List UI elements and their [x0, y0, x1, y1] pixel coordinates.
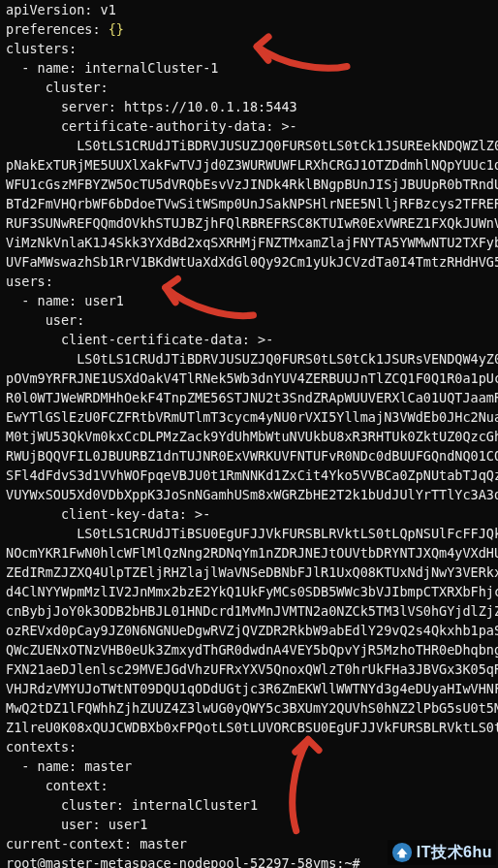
terminal-line: Z1lreU0K08xQUJCWDBXb0xFPQotLS0tLUVORCBSU… [6, 718, 498, 737]
terminal-line: ZEdIRmZJZXQ4UlpTZEljRHZlajlWaVNSeDBNbFJl… [6, 563, 498, 582]
watermark-icon [391, 842, 413, 863]
terminal-line: MwQ2tDZ1lFQWhhZjhZUUZ4Z3lwUG0yQWY5c3BXUm… [6, 698, 498, 718]
terminal-line: M0tjWU53QkVm0kxCcDLPMzZack9YdUhMbWtuNVUk… [6, 427, 498, 446]
terminal-line: QWcZUENxOTNzVHB0eUk3ZmxydThGR0dwdnA4VEY5… [6, 640, 498, 659]
terminal-line: LS0tLS1CRUdJTiBSU0EgUFJJVkFURSBLRVktLS0t… [6, 524, 498, 543]
terminal-line: LS0tLS1CRUdJTiBDRVJUSUZJQ0FURS0tLS0tCk1J… [6, 136, 498, 155]
terminal-line: R0l0WTJWeWRDMHhOekF4TnpZME56STJNU2t3SndZ… [6, 388, 498, 407]
terminal-line: client-certificate-data: >- [6, 330, 498, 349]
terminal-line: cluster: internalCluster1 [6, 795, 498, 815]
watermark: IT技术6hu [388, 840, 496, 865]
terminal-line: ozREVxd0pCay9JZ0N6NGNUeDgwRVZjQVZDR2RkbW… [6, 621, 498, 640]
terminal-line: SFl4dFdvS3d1VVhWOFpqeVBJU0t1RmNNKd1ZxCit… [6, 466, 498, 485]
terminal-line: d4ClNYYWpmMzlIV2JnMmx2bzE2YkQ1UkFyMCs0SD… [6, 582, 498, 601]
watermark-text: IT技术6hu [417, 843, 492, 862]
terminal-line: cnBybjJoY0k3ODB2bHBJL01HNDcrd1MvMnJVMTN2… [6, 601, 498, 621]
terminal-line: WFU1cGszMFBYZW5OcTU5dVRQbEsvVzJINDk4RklB… [6, 175, 498, 194]
terminal-line: - name: master [6, 756, 498, 776]
terminal-line: pNakExTURjME5UUXlXakFwTVJjd0Z3WURWUWFLRX… [6, 155, 498, 175]
terminal-line: EwYTlGSlEzU0FCZFRtbVRmUTlmT3cycm4yNU0rVX… [6, 407, 498, 427]
terminal-line: user: [6, 310, 498, 330]
terminal-line: - name: internalCluster-1 [6, 58, 498, 78]
terminal-line: VHJRdzVMYUJoTWtNT09DQU1qODdUGtjc3R6ZmEKW… [6, 679, 498, 698]
terminal-line: apiVersion: v1 [6, 0, 498, 19]
terminal-line: clusters: [6, 39, 498, 58]
terminal-line: LS0tLS1CRUdJTiBDRVJUSUZJQ0FURS0tLS0tCk1J… [6, 349, 498, 369]
terminal-line: UVFaMWswazhSb1RrV1BKdWtUaXdXdGl0Qy92Cm1y… [6, 252, 498, 272]
terminal-line: user: user1 [6, 815, 498, 834]
terminal-line: certificate-authority-data: >- [6, 116, 498, 136]
terminal-line: ViMzNkVnlaK1J4Skk3YXdBd2xqSXRHMjFNZTMxam… [6, 233, 498, 252]
terminal-line: client-key-data: >- [6, 504, 498, 524]
terminal-line: VUYWxSOU5Xd0VDbXppK3JoSnNGamhUSm8xWGRZbH… [6, 485, 498, 504]
terminal-line: contexts: [6, 737, 498, 756]
terminal-line: server: https://10.0.1.18:5443 [6, 97, 498, 116]
terminal-line: RWUjBQQVFIL0JBUURBZ1dnTUJNR0ExVWRKUVFNTU… [6, 446, 498, 466]
terminal-line: - name: user1 [6, 291, 498, 310]
terminal-output: apiVersion: v1preferences: {}clusters: -… [6, 0, 498, 868]
terminal-line: pOVm9YRFRJNE1USXdOakV4TlRNek5Wb3dnYUV4ZE… [6, 369, 498, 388]
terminal-line: RUF3SUNwREFQQmdOVkhSTUJBZjhFQlRBREFRSC8K… [6, 213, 498, 233]
terminal-line: preferences: {} [6, 19, 498, 39]
terminal-line: context: [6, 776, 498, 795]
terminal-line: cluster: [6, 78, 498, 97]
terminal-line: BTd2FmVHQrbWF6bDdoeTVwSitWSmp0UnJSakNPSH… [6, 194, 498, 213]
terminal-line: users: [6, 272, 498, 291]
terminal-line: FXN21aeDJlenlsc29MVEJGdVhzUFRxYXV5QnoxQW… [6, 659, 498, 679]
terminal-line: NOcmYKR1FwN0hlcWFlMlQzNng2RDNqYm1nZDRJNE… [6, 543, 498, 563]
